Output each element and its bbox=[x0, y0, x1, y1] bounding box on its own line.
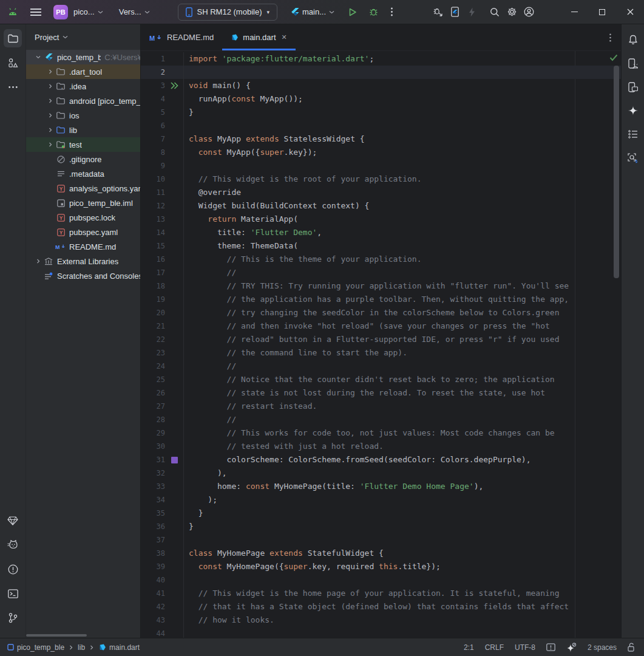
code-line-6[interactable]: 6 bbox=[141, 119, 621, 132]
gutter[interactable] bbox=[165, 400, 183, 413]
gutter[interactable] bbox=[165, 226, 183, 239]
gutter[interactable] bbox=[165, 239, 183, 253]
gutter[interactable] bbox=[165, 507, 183, 520]
tree-item-analysis-options-yaml[interactable]: Yanalysis_options.yaml bbox=[26, 181, 140, 196]
code-line-31[interactable]: 31 colorScheme: ColorScheme.fromSeed(see… bbox=[141, 453, 621, 466]
code-line-21[interactable]: 21 // and then invoke "hot reload" (save… bbox=[141, 319, 621, 333]
gutter[interactable] bbox=[165, 106, 183, 119]
breadcrumb-pico-temp-ble[interactable]: pico_temp_ble bbox=[7, 643, 64, 652]
gutter[interactable] bbox=[165, 413, 183, 426]
tree-item--idea[interactable]: *.idea bbox=[26, 79, 140, 94]
tree-item-ios[interactable]: ios bbox=[26, 108, 140, 123]
tabbar-more-button[interactable] bbox=[609, 24, 621, 50]
editor-scrollbar[interactable] bbox=[614, 66, 619, 278]
code-line-28[interactable]: 28 // bbox=[141, 413, 621, 426]
code-line-27[interactable]: 27 // restart instead. bbox=[141, 400, 621, 413]
gutter[interactable] bbox=[165, 132, 183, 146]
run-button[interactable] bbox=[344, 4, 361, 21]
code-line-24[interactable]: 24 // bbox=[141, 360, 621, 373]
chevron-right-icon[interactable] bbox=[46, 142, 55, 147]
main-menu-icon[interactable] bbox=[30, 9, 41, 16]
gutter[interactable] bbox=[165, 92, 183, 106]
gutter[interactable] bbox=[165, 520, 183, 533]
tab-main-dart[interactable]: main.dart✕ bbox=[222, 24, 295, 50]
code-line-3[interactable]: 3void main() { bbox=[141, 79, 621, 92]
code-line-42[interactable]: 42 // that it has a State object (define… bbox=[141, 600, 621, 613]
code-line-26[interactable]: 26 // state is not lost during the reloa… bbox=[141, 386, 621, 400]
gutter[interactable] bbox=[165, 480, 183, 493]
code-line-8[interactable]: 8 const MyApp({super.key}); bbox=[141, 146, 621, 159]
code-line-29[interactable]: 29 // This works for code too, not just … bbox=[141, 426, 621, 440]
maximize-button[interactable] bbox=[588, 0, 616, 24]
code-line-33[interactable]: 33 home: const MyHomePage(title: 'Flutte… bbox=[141, 480, 621, 493]
minimize-button[interactable] bbox=[560, 0, 588, 24]
running-devices-button[interactable] bbox=[624, 78, 642, 96]
debug-button[interactable] bbox=[365, 4, 382, 21]
color-preview-swatch[interactable] bbox=[165, 453, 183, 466]
structure-button[interactable] bbox=[624, 125, 642, 143]
code-line-44[interactable]: 44 bbox=[141, 627, 621, 638]
logcat-tool-button[interactable] bbox=[4, 536, 22, 554]
flutter-inspector-button[interactable] bbox=[624, 149, 642, 167]
project-panel-header[interactable]: Project bbox=[26, 24, 140, 50]
gutter[interactable] bbox=[165, 493, 183, 507]
devtools-button[interactable] bbox=[446, 4, 463, 21]
chevron-right-icon[interactable] bbox=[33, 259, 43, 264]
gutter[interactable] bbox=[165, 373, 183, 386]
gutter[interactable] bbox=[165, 600, 183, 613]
version-control-tool-button[interactable] bbox=[4, 609, 22, 627]
hot-reload-button[interactable] bbox=[463, 4, 480, 21]
gutter[interactable] bbox=[165, 253, 183, 266]
run-main-gutter-icon[interactable] bbox=[165, 79, 183, 92]
ai-assistant-status-widget[interactable] bbox=[566, 643, 577, 652]
gutter[interactable] bbox=[165, 119, 183, 132]
tree-item-external-libraries[interactable]: External Libraries bbox=[26, 254, 140, 268]
chevron-right-icon[interactable] bbox=[46, 69, 55, 74]
chevron-right-icon[interactable] bbox=[46, 113, 55, 118]
code-line-41[interactable]: 41 // This widget is the home page of yo… bbox=[141, 587, 621, 600]
gutter[interactable] bbox=[165, 293, 183, 306]
code-editor[interactable]: 1import 'package:flutter/material.dart';… bbox=[141, 51, 621, 638]
close-button[interactable] bbox=[616, 0, 644, 24]
notifications-button[interactable] bbox=[624, 30, 642, 49]
gutter[interactable] bbox=[165, 146, 183, 159]
chevron-right-icon[interactable] bbox=[46, 98, 55, 103]
code-line-30[interactable]: 30 // tested with just a hot reload. bbox=[141, 440, 621, 453]
tree-item-scratches-and-consoles[interactable]: Scratches and Consoles bbox=[26, 268, 140, 283]
code-line-11[interactable]: 11 @override bbox=[141, 186, 621, 199]
code-line-32[interactable]: 32 ), bbox=[141, 466, 621, 480]
dart-analysis-tool-button[interactable] bbox=[4, 511, 22, 530]
code-line-9[interactable]: 9 bbox=[141, 159, 621, 173]
tree-item-lib[interactable]: lib bbox=[26, 123, 140, 137]
gutter[interactable] bbox=[165, 346, 183, 360]
tab-close-icon[interactable]: ✕ bbox=[282, 33, 287, 41]
tree-item--metadata[interactable]: .metadata bbox=[26, 166, 140, 181]
terminal-tool-button[interactable] bbox=[4, 584, 22, 603]
tree-item-pubspec-lock[interactable]: Ypubspec.lock bbox=[26, 210, 140, 225]
code-line-4[interactable]: 4 runApp(const MyApp()); bbox=[141, 92, 621, 106]
gutter[interactable] bbox=[165, 173, 183, 186]
indent-widget[interactable]: 2 spaces bbox=[588, 643, 617, 652]
gutter[interactable] bbox=[165, 159, 183, 173]
gutter[interactable] bbox=[165, 319, 183, 333]
code-line-25[interactable]: 25 // Notice that the counter didn't res… bbox=[141, 373, 621, 386]
gutter[interactable] bbox=[165, 627, 183, 638]
line-separator-widget[interactable]: CRLF bbox=[485, 643, 504, 652]
code-line-14[interactable]: 14 title: 'Flutter Demo', bbox=[141, 226, 621, 239]
project-avatar-badge[interactable]: PB bbox=[53, 5, 68, 19]
tree-item-pico-temp-ble-iml[interactable]: pico_temp_ble.iml bbox=[26, 196, 140, 210]
device-selector[interactable]: SH RM12 (mobile) ▾ bbox=[178, 4, 277, 21]
gutter[interactable] bbox=[165, 52, 183, 66]
gutter[interactable] bbox=[165, 613, 183, 627]
gutter[interactable] bbox=[165, 333, 183, 346]
gutter[interactable] bbox=[165, 213, 183, 226]
code-line-2[interactable]: 2 bbox=[141, 66, 621, 79]
code-line-20[interactable]: 20 // try changing the seedColor in the … bbox=[141, 306, 621, 319]
gutter[interactable] bbox=[165, 426, 183, 440]
gutter[interactable] bbox=[165, 560, 183, 573]
code-line-36[interactable]: 36} bbox=[141, 520, 621, 533]
code-line-13[interactable]: 13 return MaterialApp( bbox=[141, 213, 621, 226]
encoding-widget[interactable]: UTF-8 bbox=[515, 643, 535, 652]
horizontal-scrollbar[interactable] bbox=[26, 634, 87, 637]
gutter[interactable] bbox=[165, 199, 183, 213]
